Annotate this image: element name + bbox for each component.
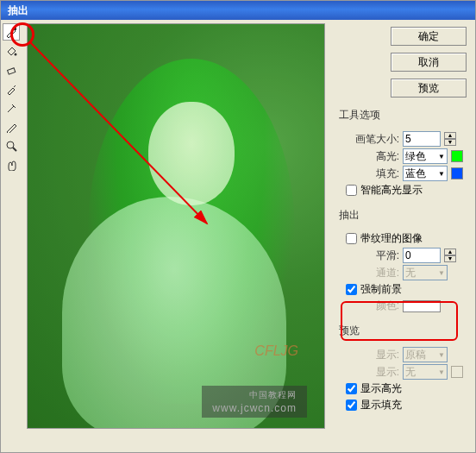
touchup-icon	[5, 121, 17, 133]
smooth-label: 平滑:	[346, 249, 399, 263]
titlebar: 抽出	[1, 1, 475, 20]
display-swatch	[451, 366, 463, 378]
extract-title: 抽出	[339, 208, 467, 223]
svg-rect-2	[8, 68, 16, 74]
zoom-tool[interactable]	[3, 137, 20, 154]
watermark-url: 中国教程网 www.jcwcn.com	[202, 386, 307, 418]
cancel-button[interactable]: 取消	[391, 53, 467, 72]
display-select: 无▼	[403, 364, 448, 380]
smooth-stepper[interactable]: ▲▼	[444, 249, 456, 262]
show-label: 显示:	[346, 348, 399, 362]
force-fg-label: 强制前景	[360, 282, 402, 297]
brush-size-input[interactable]	[403, 131, 441, 147]
edge-touchup-tool[interactable]	[3, 118, 20, 135]
show-highlight-label: 显示高光	[360, 381, 402, 396]
smooth-input[interactable]	[403, 248, 441, 263]
bucket-icon	[5, 45, 17, 57]
smart-highlight-label: 智能高光显示	[360, 183, 423, 198]
highlight-swatch[interactable]	[451, 150, 463, 162]
svg-line-4	[13, 148, 16, 151]
show-fill-checkbox[interactable]	[346, 400, 357, 411]
tool-options-title: 工具选项	[339, 108, 467, 123]
annotation-arrow	[26, 38, 224, 236]
watermark-cn: 中国教程网	[212, 389, 297, 401]
eraser-icon	[5, 64, 17, 76]
eyedropper-icon	[5, 83, 17, 95]
smart-highlight-checkbox[interactable]	[346, 185, 357, 196]
eraser-tool[interactable]	[3, 61, 20, 79]
tool-strip	[1, 20, 22, 452]
annotation-box-force-fg	[341, 301, 458, 341]
cleanup-icon	[5, 102, 17, 114]
ok-button[interactable]: 确定	[391, 27, 467, 46]
svg-point-1	[15, 53, 17, 56]
force-fg-checkbox[interactable]	[346, 284, 357, 295]
cleanup-tool[interactable]	[3, 99, 20, 116]
display-label: 显示:	[346, 365, 399, 380]
svg-line-5	[30, 42, 207, 223]
textured-label: 带纹理的图像	[360, 231, 423, 246]
channel-label: 通道:	[346, 266, 399, 280]
eyedropper-tool[interactable]	[3, 80, 20, 98]
fill-swatch[interactable]	[451, 167, 463, 179]
fill-label: 填充:	[346, 167, 399, 181]
watermark-url-text: www.jcwcn.com	[212, 402, 297, 414]
channel-select: 无▼	[403, 265, 448, 280]
options-panel: 确定 取消 预览 工具选项 画笔大小: ▲▼ 高光: 绿色▼ 填充: 蓝色▼	[330, 20, 475, 452]
brush-size-stepper[interactable]: ▲▼	[444, 132, 456, 146]
show-fill-label: 显示填充	[360, 398, 402, 412]
preview-button[interactable]: 预览	[391, 79, 467, 98]
svg-point-3	[7, 142, 14, 148]
hand-tool[interactable]	[3, 156, 20, 173]
brush-size-label: 画笔大小:	[346, 132, 399, 147]
watermark-brand: CFLJG	[254, 343, 298, 359]
fill-select[interactable]: 蓝色▼	[403, 166, 448, 181]
hand-icon	[5, 159, 17, 171]
highlight-select[interactable]: 绿色▼	[403, 148, 448, 164]
show-highlight-checkbox[interactable]	[346, 383, 357, 394]
dialog-title: 抽出	[8, 4, 28, 16]
highlight-label: 高光:	[346, 149, 399, 164]
show-select: 原稿▼	[403, 347, 448, 362]
zoom-icon	[5, 140, 17, 152]
textured-checkbox[interactable]	[346, 233, 357, 244]
